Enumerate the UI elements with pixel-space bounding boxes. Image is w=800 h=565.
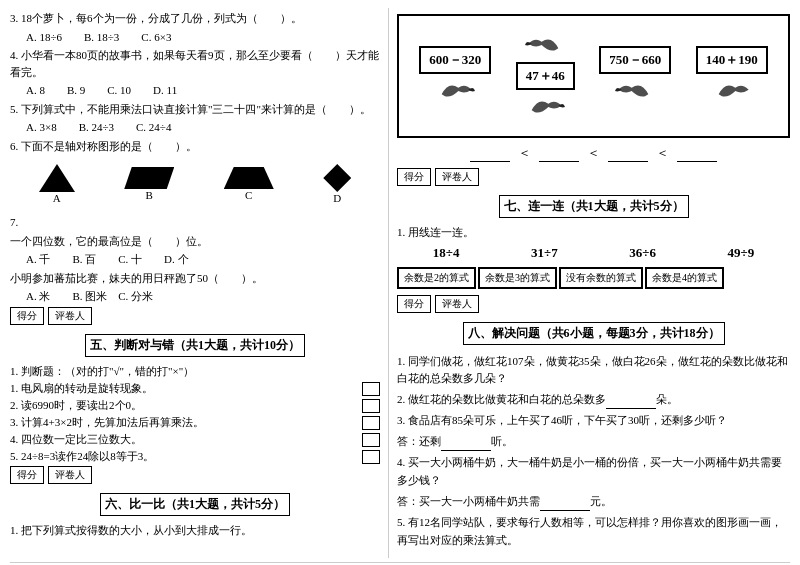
judge-1: 1. 电风扇的转动是旋转现象。 — [10, 381, 380, 396]
judge-3: 3. 计算4+3×2时，先算加法后再算乘法。 — [10, 415, 380, 430]
num-4: 49÷9 — [728, 245, 755, 261]
shape-a-label: A — [53, 192, 61, 204]
trapezoid-shape — [224, 167, 274, 189]
answer-3: 答：还剩 听。 — [397, 433, 790, 452]
judge-bracket-5 — [362, 450, 380, 464]
bird-icon-2 — [525, 30, 565, 60]
bird-icon-5 — [712, 76, 752, 106]
answer-3-line — [441, 433, 491, 452]
q7: 7. — [10, 214, 380, 231]
problem-2: 2. 做红花的朵数比做黄花和白花的总朵数多 朵。 — [397, 391, 790, 410]
compare-row: ＜ ＜ ＜ — [397, 144, 790, 162]
bird-group-1: 600－320 — [419, 46, 491, 106]
judge-bracket-4 — [362, 433, 380, 447]
section5: 五、判断对与错（共1大题，共计10分） 1. 判断题：（对的打"√"，错的打"×… — [10, 328, 380, 465]
grader-box-6: 评卷人 — [48, 466, 92, 484]
rem-box-4: 余数是4的算式 — [645, 267, 724, 289]
bird-group-2: 750－660 — [599, 46, 671, 106]
expr1: 600－320 — [419, 46, 491, 74]
grader-box-8: 评卷人 — [435, 295, 479, 313]
section7-intro: 1. 用线连一连。 — [397, 224, 790, 241]
diamond-shape — [323, 164, 351, 192]
main-content: 3. 18个萝卜，每6个为一份，分成了几份，列式为（ ）。 A. 18÷6 B.… — [10, 8, 790, 558]
judge-bracket-3 — [362, 416, 380, 430]
judge-2: 2. 读6990时，要读出2个0。 — [10, 398, 380, 413]
q3-options: A. 18÷6 B. 18÷3 C. 6×3 — [10, 29, 380, 46]
rem-box-3: 余数是3的算式 — [478, 267, 557, 289]
score-row-5: 得分 评卷人 — [10, 307, 380, 325]
problem-5: 5. 有12名同学站队，要求每行人数相等，可以怎样排？用你喜欢的图形画一画，再写… — [397, 514, 790, 549]
q3: 3. 18个萝卜，每6个为一份，分成了几份，列式为（ ）。 — [10, 10, 380, 27]
shape-b-label: B — [146, 189, 153, 201]
blank-3 — [608, 145, 648, 162]
judge-bracket-2 — [362, 399, 380, 413]
shape-c: C — [224, 167, 274, 201]
section6: 六、比一比（共1大题，共计5分） 1. 把下列算式按得数的大小，从小到大排成一行… — [10, 487, 380, 556]
answer-2 — [606, 391, 656, 410]
score-box-8: 得分 — [397, 295, 431, 313]
footer: 第 2 页 共 4 页 — [10, 562, 790, 566]
section8: 八、解决问题（共6小题，每题3分，共计18分） 1. 同学们做花，做红花107朵… — [397, 316, 790, 550]
q8-options: A. 米 B. 图米 C. 分米 — [10, 288, 380, 305]
judge-bracket-1 — [362, 382, 380, 396]
bird-group-4: 140＋190 — [696, 46, 768, 106]
grader-box: 评卷人 — [48, 307, 92, 325]
q6: 6. 下面不是轴对称图形的是（ ）。 — [10, 138, 380, 155]
section8-title-wrap: 八、解决问题（共6小题，每题3分，共计18分） — [397, 316, 790, 349]
q7-text: 一个四位数，它的最高位是（ ）位。 — [10, 233, 380, 250]
blank-4 — [677, 145, 717, 162]
expr3: 47＋46 — [516, 62, 575, 90]
shape-a: A — [39, 164, 75, 204]
expr4: 140＋190 — [696, 46, 768, 74]
q5-options: A. 3×8 B. 24÷3 C. 24÷4 — [10, 119, 380, 136]
score-row-8: 得分 评卷人 — [397, 295, 790, 313]
triangle-shape — [39, 164, 75, 192]
q4-options: A. 8 B. 9 C. 10 D. 11 — [10, 82, 380, 99]
section6-intro: 1. 把下列算式按得数的大小，从小到大排成一行。 — [10, 522, 380, 539]
problem-1: 1. 同学们做花，做红花107朵，做黄花35朵，做白花26朵，做红花的朵数比做花… — [397, 353, 790, 388]
problem-3: 3. 食品店有85朵可乐，上午买了46听，下午买了30听，还剩多少听？ — [397, 412, 790, 430]
right-column: 600－320 47＋46 — [388, 8, 790, 558]
birds-area: 600－320 47＋46 — [407, 30, 780, 122]
num-3: 36÷6 — [629, 245, 656, 261]
answer-4-line — [540, 493, 590, 512]
bird-group-middle: 47＋46 — [516, 30, 575, 122]
q7-options: A. 千 B. 百 C. 十 D. 个 — [10, 251, 380, 268]
lt-1: ＜ — [518, 144, 531, 162]
q4: 4. 小华看一本80页的故事书，如果每天看9页，那么至少要看（ ）天才能看完。 — [10, 47, 380, 80]
shape-c-label: C — [245, 189, 252, 201]
score-row-6: 得分 评卷人 — [10, 466, 380, 484]
lt-3: ＜ — [656, 144, 669, 162]
problem-section: 1. 同学们做花，做红花107朵，做黄花35朵，做白花26朵，做红花的朵数比做花… — [397, 353, 790, 550]
section5-title: 五、判断对与错（共1大题，共计10分） — [10, 328, 380, 361]
shape-d: D — [323, 164, 351, 204]
remainder-boxes: 余数是2的算式 余数是3的算式 没有余数的算式 余数是4的算式 — [397, 267, 790, 289]
shape-b: B — [124, 167, 174, 201]
blank-1 — [470, 145, 510, 162]
score-box-7: 得分 — [397, 168, 431, 186]
math-box: 600－320 47＋46 — [397, 14, 790, 138]
section7: 七、连一连（共1大题，共计5分） 1. 用线连一连。 18÷4 31÷7 36÷… — [397, 189, 790, 289]
section6-title: 六、比一比（共1大题，共计5分） — [10, 487, 380, 520]
bird-icon-4 — [615, 76, 655, 106]
section5-intro: 1. 判断题：（对的打"√"，错的打"×"） — [10, 363, 380, 380]
q8: 小明参加蕃茄比赛，妹夫的用日秤跑了50（ ）。 — [10, 270, 380, 287]
problem-4: 4. 买一大小两桶牛奶，大一桶牛奶是小一桶的份倍，买一大一小两桶牛奶共需要多少钱… — [397, 454, 790, 489]
number-row — [10, 541, 380, 556]
rem-box-2: 余数是2的算式 — [397, 267, 476, 289]
blank-2 — [539, 145, 579, 162]
judge-4: 4. 四位数一定比三位数大。 — [10, 432, 380, 447]
q5: 5. 下列算式中，不能用乘法口诀直接计算"三二十四"来计算的是（ ）。 — [10, 101, 380, 118]
score-row-7: 得分 评卷人 — [397, 168, 790, 186]
shapes-row: A B C D — [10, 160, 380, 208]
num-2: 31÷7 — [531, 245, 558, 261]
lt-2: ＜ — [587, 144, 600, 162]
score-box-6: 得分 — [10, 466, 44, 484]
bird-icon-3 — [525, 92, 565, 122]
bird-icon-1 — [435, 76, 475, 106]
left-column: 3. 18个萝卜，每6个为一份，分成了几份，列式为（ ）。 A. 18÷6 B.… — [10, 8, 380, 558]
judge-5: 5. 24÷8=3读作24除以8等于3。 — [10, 449, 380, 464]
page: 3. 18个萝卜，每6个为一份，分成了几份，列式为（ ）。 A. 18÷6 B.… — [0, 0, 800, 565]
score-box: 得分 — [10, 307, 44, 325]
shape-d-label: D — [333, 192, 341, 204]
